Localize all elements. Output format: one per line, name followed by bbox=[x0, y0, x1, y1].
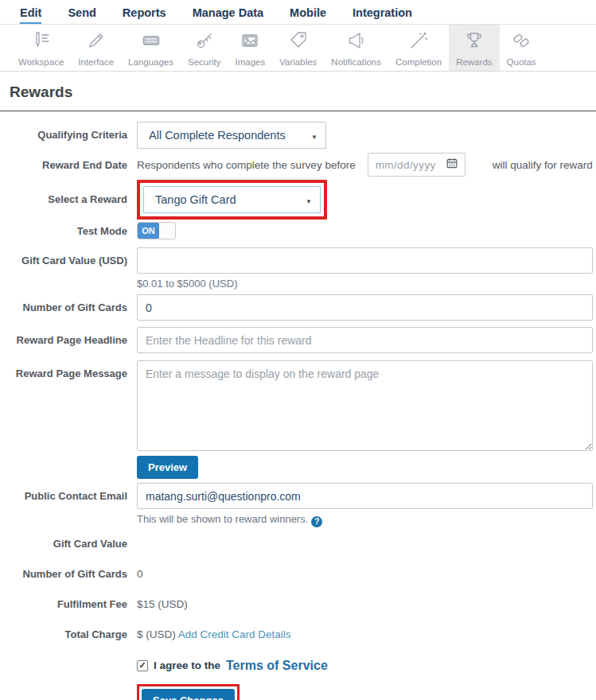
chevron-down-icon bbox=[299, 193, 312, 206]
reward-end-date-prefix-text: Respondents who complete the survey befo… bbox=[137, 159, 356, 171]
terms-agreement-checkbox[interactable] bbox=[137, 660, 148, 671]
menu-item-integration[interactable]: Integration bbox=[353, 6, 412, 24]
toolbar-item-label: Languages bbox=[128, 57, 173, 67]
reward-page-message-textarea[interactable] bbox=[137, 360, 593, 451]
toolbar-item-languages[interactable]: Languages bbox=[121, 25, 181, 71]
toolbar-item-label: Quotas bbox=[507, 57, 536, 67]
summary-number-of-gift-cards-row: Number of Gift Cards 0 bbox=[0, 568, 596, 580]
agreement-row: I agree to the Terms of Service bbox=[0, 659, 596, 673]
workspace-icon bbox=[31, 30, 52, 54]
toolbar-item-security[interactable]: Security bbox=[181, 25, 228, 71]
select-reward-row: Select a Reward Tango Gift Card bbox=[0, 180, 596, 220]
test-mode-toggle[interactable]: ON bbox=[137, 222, 176, 239]
number-of-gift-cards-label: Number of Gift Cards bbox=[0, 294, 127, 321]
gift-card-value-input[interactable] bbox=[137, 247, 593, 274]
languages-icon bbox=[141, 30, 162, 54]
summary-number-of-gift-cards-label: Number of Gift Cards bbox=[0, 568, 127, 580]
save-changes-button[interactable]: Save Changes bbox=[142, 689, 235, 700]
select-reward-select[interactable]: Tango Gift Card bbox=[143, 186, 321, 213]
reward-page-headline-row: Reward Page Headline bbox=[0, 327, 596, 353]
notifications-icon bbox=[346, 30, 367, 54]
red-annotation-box-save: Save Changes bbox=[137, 684, 240, 700]
gift-card-value-hint: $0.01 to $5000 (USD) bbox=[137, 278, 593, 290]
toolbar-item-interface[interactable]: Interface bbox=[71, 25, 121, 71]
rewards-icon bbox=[464, 30, 485, 54]
save-label-spacer bbox=[0, 684, 127, 700]
public-contact-email-input[interactable] bbox=[137, 483, 593, 509]
select-reward-label: Select a Reward bbox=[0, 180, 127, 220]
summary-total-charge-value: $ (USD) bbox=[137, 628, 176, 640]
test-mode-label: Test Mode bbox=[0, 222, 127, 239]
rewards-form: Qualifying Criteria All Complete Respond… bbox=[0, 111, 596, 700]
toolbar-item-variables[interactable]: Variables bbox=[272, 25, 324, 71]
reward-page-message-row: Reward Page Message Preview bbox=[0, 360, 596, 479]
images-icon bbox=[240, 30, 260, 54]
toolbar-item-label: Interface bbox=[78, 57, 114, 67]
reward-page-headline-input[interactable] bbox=[137, 327, 593, 353]
menu-item-send[interactable]: Send bbox=[68, 6, 95, 24]
toolbar-item-label: Completion bbox=[395, 57, 442, 67]
menu-item-manage-data[interactable]: Manage Data bbox=[193, 6, 263, 24]
chevron-down-icon bbox=[305, 129, 317, 142]
summary-total-charge-label: Total Charge bbox=[0, 628, 127, 640]
qualifying-criteria-label: Qualifying Criteria bbox=[0, 122, 127, 149]
toolbar-item-images[interactable]: Images bbox=[228, 25, 273, 71]
summary-number-of-gift-cards-value: 0 bbox=[137, 568, 593, 580]
page-title: Rewards bbox=[10, 84, 596, 101]
summary-gift-card-value-row: Gift Card Value bbox=[0, 538, 596, 550]
toolbar-item-quotas[interactable]: Quotas bbox=[500, 25, 543, 71]
save-row: Save Changes bbox=[0, 684, 596, 700]
variables-icon bbox=[288, 30, 309, 54]
test-mode-row: Test Mode ON bbox=[0, 222, 596, 239]
gift-card-value-label: Gift Card Value (USD) bbox=[0, 247, 127, 290]
gift-card-value-row: Gift Card Value (USD) $0.01 to $5000 (US… bbox=[0, 247, 596, 290]
reward-end-date-label: Reward End Date bbox=[0, 153, 127, 177]
summary-gift-card-value-label: Gift Card Value bbox=[0, 538, 127, 550]
reward-page-headline-label: Reward Page Headline bbox=[0, 327, 127, 353]
summary-fulfilment-fee-label: Fulfilment Fee bbox=[0, 598, 127, 610]
toolbar-item-completion[interactable]: Completion bbox=[388, 25, 449, 71]
toolbar-item-rewards[interactable]: Rewards bbox=[449, 25, 499, 71]
toolbar-item-label: Images bbox=[236, 57, 266, 67]
public-contact-email-row: Public Contact Email This will be shown … bbox=[0, 483, 596, 527]
qualifying-criteria-select[interactable]: All Complete Respondents bbox=[137, 122, 326, 149]
toggle-on-segment: ON bbox=[138, 223, 159, 239]
reward-end-date-input[interactable]: mm/dd/yyyy bbox=[368, 153, 466, 177]
completion-icon bbox=[408, 30, 429, 54]
toolbar-item-label: Rewards bbox=[456, 57, 492, 67]
public-contact-email-hint: This will be shown to reward winners.? bbox=[137, 513, 593, 527]
preview-button[interactable]: Preview bbox=[137, 456, 198, 479]
toolbar-item-notifications[interactable]: Notifications bbox=[324, 25, 388, 71]
terms-of-service-link[interactable]: Terms of Service bbox=[226, 659, 328, 673]
date-placeholder: mm/dd/yyyy bbox=[376, 159, 436, 171]
settings-toolbar: Workspace Interface Languages Security I… bbox=[0, 25, 596, 72]
toggle-off-segment bbox=[159, 223, 175, 239]
security-icon bbox=[194, 30, 215, 54]
toolbar-item-workspace[interactable]: Workspace bbox=[11, 25, 71, 71]
menu-item-edit[interactable]: Edit bbox=[20, 6, 41, 24]
red-annotation-box-select-reward: Tango Gift Card bbox=[137, 180, 327, 220]
number-of-gift-cards-row: Number of Gift Cards bbox=[0, 294, 596, 321]
menu-item-mobile[interactable]: Mobile bbox=[290, 6, 326, 24]
help-icon[interactable]: ? bbox=[311, 516, 322, 527]
add-credit-card-details-link[interactable]: Add Credit Card Details bbox=[178, 628, 291, 640]
public-contact-email-label: Public Contact Email bbox=[0, 483, 127, 527]
calendar-icon[interactable] bbox=[446, 158, 458, 172]
interface-icon bbox=[86, 30, 107, 54]
agreement-label-spacer bbox=[0, 659, 127, 673]
menu-item-reports[interactable]: Reports bbox=[123, 6, 166, 24]
agreement-text: I agree to the bbox=[154, 659, 220, 671]
public-contact-email-hint-text: This will be shown to reward winners. bbox=[137, 513, 308, 525]
reward-page-message-label: Reward Page Message bbox=[0, 360, 127, 479]
number-of-gift-cards-input[interactable] bbox=[137, 294, 593, 321]
reward-end-date-suffix-text: will qualify for reward bbox=[493, 159, 593, 171]
top-menu: Edit Send Reports Manage Data Mobile Int… bbox=[0, 0, 596, 25]
toolbar-item-label: Variables bbox=[279, 57, 317, 67]
toolbar-item-label: Workspace bbox=[18, 57, 64, 67]
toolbar-item-label: Security bbox=[188, 57, 221, 67]
toolbar-item-label: Notifications bbox=[331, 57, 381, 67]
quotas-icon bbox=[511, 30, 532, 54]
qualifying-criteria-row: Qualifying Criteria All Complete Respond… bbox=[0, 122, 596, 149]
summary-total-charge-row: Total Charge $ (USD) Add Credit Card Det… bbox=[0, 628, 596, 640]
summary-gift-card-value bbox=[137, 538, 593, 550]
